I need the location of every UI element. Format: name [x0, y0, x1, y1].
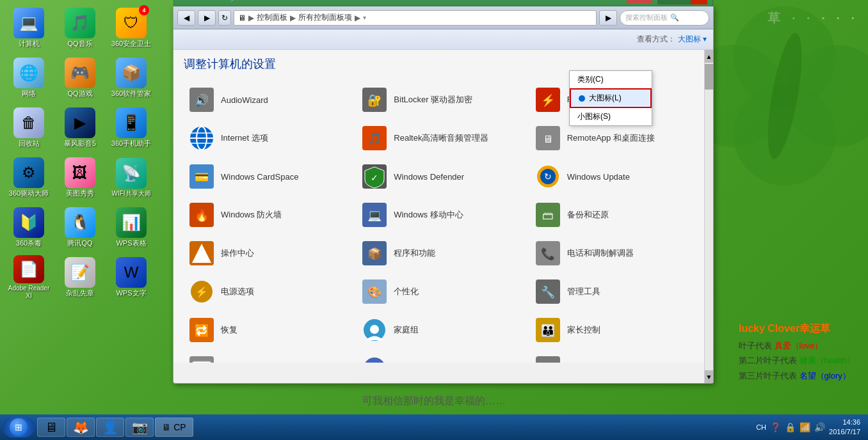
cp-label-cardspace: Windows CardSpace	[221, 172, 298, 182]
path-icon: 🖥	[238, 13, 246, 22]
cp-item-recovery[interactable]: 🔁 恢复	[184, 311, 357, 349]
cp-item-power[interactable]: ⚡ 电源选项	[184, 272, 357, 311]
view-mode-value[interactable]: 大图标 ▾	[678, 34, 707, 45]
desktop-icon-360driver[interactable]: ⚙ 360驱动大师	[3, 153, 54, 203]
cp-label-manage: 管理工具	[567, 286, 600, 297]
scrollbar-thumb[interactable]	[705, 64, 713, 90]
svg-text:⚡: ⚡	[195, 286, 208, 298]
desktop-icon-wifi[interactable]: 📡 WIFI共享大师	[106, 153, 157, 203]
taskbar-tray: CH ❓ 🔒 📶 🔊 14:36 2016/7/17	[751, 418, 865, 437]
cp-icon-mobility: 💻	[362, 202, 387, 228]
address-go-button[interactable]: ▶	[599, 10, 617, 26]
cp-item-personalize[interactable]: 🎨 个性化	[357, 272, 529, 311]
cp-item-action[interactable]: 操作中心	[184, 234, 357, 272]
desktop-icon-recycle[interactable]: 🗑 回收站	[3, 103, 54, 153]
cp-icon-flash: ⚡	[535, 87, 561, 113]
taskbar-item-camera[interactable]: 📷	[125, 418, 154, 437]
desktop-icon-misc[interactable]: 📝 杂乱先章	[54, 253, 106, 302]
desktop-icon-qq[interactable]: 🐧 腾讯QQ	[54, 203, 106, 253]
cp-item-defender[interactable]: ✓ Windows Defender	[357, 157, 529, 196]
start-button[interactable]: ⊞	[3, 417, 35, 437]
dropdown-item-small-icon[interactable]: 小图标(S)	[570, 108, 652, 125]
desktop-icon-360av[interactable]: 🔰 360杀毒	[3, 203, 54, 253]
desktop-icon-meitu[interactable]: 🖼 美图秀秀	[54, 153, 106, 203]
cp-icon-personalize: 🎨	[362, 279, 387, 304]
desktop-icon-qqgames[interactable]: 🎮 QQ游戏	[54, 53, 106, 103]
page-title: 调整计算机的设置	[184, 56, 703, 72]
cp-item-mobility[interactable]: 💻 Windows 移动中心	[357, 196, 529, 234]
scrollbar[interactable]: ▲ ▼	[704, 50, 713, 383]
clock-date: 2016/7/17	[829, 427, 860, 437]
cp-item-realtek[interactable]: 🎵 Realtek高清晰音频管理器	[357, 119, 529, 157]
scrollbar-down[interactable]: ▼	[705, 370, 713, 383]
cp-icon-power: ⚡	[189, 279, 214, 304]
cp-label-remoteapp: RemoteApp 和桌面连接	[567, 132, 655, 144]
cp-item-programs[interactable]: 📦 程序和功能	[357, 234, 529, 272]
clock-area: 14:36 2016/7/17	[829, 418, 860, 437]
cp-item-family[interactable]: 👪 家长控制	[530, 311, 703, 349]
desktop-icon-360[interactable]: 🛡 4 360安全卫士	[106, 3, 157, 53]
taskbar-item-computer[interactable]: 🖥	[37, 418, 65, 437]
cp-item-bitlocker[interactable]: 🔐 BitLocker 驱动器加密	[357, 81, 529, 119]
desktop-icon-storm[interactable]: ▶ 暴风影音5	[54, 103, 106, 153]
cp-item-backup[interactable]: 🗃 备份和还原	[530, 196, 703, 234]
window-minimize-button[interactable]: ─	[657, 0, 674, 4]
cp-icon-remoteapp: 🖥	[535, 125, 561, 151]
back-button[interactable]: ◀	[177, 10, 195, 26]
cp-item-default[interactable]: ⊕ 默认程序	[357, 349, 529, 363]
cp-item-update[interactable]: ↻ Windows Update	[530, 157, 703, 196]
cp-item-internet[interactable]: Internet 选项	[184, 119, 357, 157]
svg-rect-62	[536, 356, 560, 363]
cp-icon-family: 👪	[535, 317, 561, 343]
window-close-button[interactable]: ✕	[691, 0, 707, 4]
cp-label-firewall: Windows 防火墙	[221, 209, 282, 221]
lucky-title: lucky Clover幸运草	[739, 320, 855, 338]
tray-icon-help[interactable]: ❓	[770, 422, 781, 432]
desktop-icon-wps-text[interactable]: W WPS文字	[106, 253, 157, 302]
window-maximize-button[interactable]: □	[674, 0, 691, 4]
svg-text:🎵: 🎵	[367, 132, 382, 146]
desktop-icon-adobe[interactable]: 📄 Adobe Reader XI	[3, 253, 54, 302]
start-orb: ⊞	[10, 418, 28, 436]
search-placeholder: 搜索控制面板	[625, 13, 668, 22]
cp-item-credential[interactable]: 🗝 凭据管理器	[530, 349, 703, 363]
svg-text:✓: ✓	[371, 173, 378, 183]
dropdown-item-category[interactable]: 类别(C)	[570, 71, 652, 88]
taskbar-item-browser[interactable]: 🦊	[67, 418, 95, 437]
cp-icon-action	[189, 240, 214, 266]
desktop-icon-wps-table[interactable]: 📊 WPS表格	[106, 203, 157, 253]
refresh-button[interactable]: ↻	[218, 10, 231, 26]
desktop-icon-area: 💻 计算机 🎵 QQ音乐 🛡 4 360安全卫士 🌐 网络 🎮 QQ游戏 📦 3…	[0, 0, 173, 403]
cp-label-bitlocker: BitLocker 驱动器加密	[394, 94, 472, 106]
search-icon: 🔍	[670, 13, 679, 22]
taskbar-item-controlpanel[interactable]: 🖥 CP	[155, 418, 193, 437]
bottom-quote: 可我相信那时的我是幸福的……	[192, 395, 676, 408]
cp-item-phone[interactable]: 📞 电话和调制解调器	[530, 234, 703, 272]
clover-decoration	[708, 0, 868, 237]
dropdown-item-large-icon[interactable]: 大图标(L)	[570, 88, 652, 108]
taskbar-item-user[interactable]: 👤	[96, 418, 124, 437]
cp-item-firewall[interactable]: 🔥 Windows 防火墙	[184, 196, 357, 234]
address-path[interactable]: 🖥 ▶ 控制面板 ▶ 所有控制面板项 ▶ ▾	[234, 10, 597, 26]
tray-icon-network[interactable]: 📶	[800, 422, 810, 432]
desktop-icon-360phone[interactable]: 📱 360手机助手	[106, 103, 157, 153]
desktop-icon-network[interactable]: 🌐 网络	[3, 53, 54, 103]
cp-item-homegroup[interactable]: 家庭组	[357, 311, 529, 349]
cp-item-manage[interactable]: 🔧 管理工具	[530, 272, 703, 311]
svg-text:💳: 💳	[195, 170, 209, 184]
cp-item-audiowizard[interactable]: 🔊 AudioWizard	[184, 81, 357, 119]
cp-item-keyboard[interactable]: 键盘	[184, 349, 357, 363]
remote-icon-pin: 📌	[230, 0, 243, 3]
cp-label-programs: 程序和功能	[394, 248, 435, 259]
search-box[interactable]: 搜索控制面板 🔍	[620, 10, 709, 26]
cp-item-cardspace[interactable]: 💳 Windows CardSpace	[184, 157, 357, 196]
lucky-line1: 叶子代表 真爱（love）	[739, 338, 855, 353]
desktop-icon-computer[interactable]: 💻 计算机	[3, 3, 54, 53]
tray-icon-security[interactable]: 🔒	[785, 422, 796, 432]
tray-icon-volume[interactable]: 🔊	[814, 422, 825, 432]
desktop-icon-360manager[interactable]: 📦 360软件管家	[106, 53, 157, 103]
remote-end-button[interactable]: 结束	[627, 0, 652, 3]
forward-button[interactable]: ▶	[198, 10, 216, 26]
desktop-icon-qqmusic[interactable]: 🎵 QQ音乐	[54, 3, 106, 53]
scrollbar-up[interactable]: ▲	[705, 50, 713, 63]
